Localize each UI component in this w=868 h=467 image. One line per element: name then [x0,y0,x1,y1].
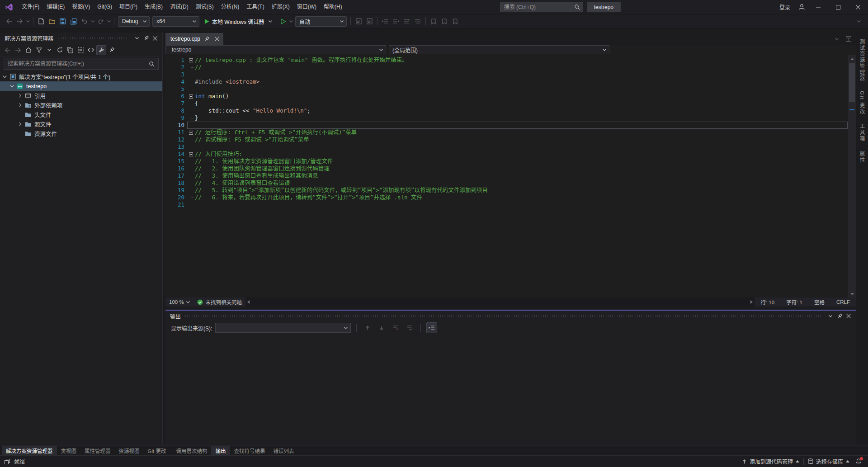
pin-icon[interactable] [835,311,844,321]
toggle-bookmark-icon[interactable] [428,16,439,27]
save-icon[interactable] [57,16,68,27]
menu-item[interactable]: 测试(S) [192,0,217,14]
comment-lines-icon[interactable] [401,16,412,27]
search-icon[interactable] [571,2,583,12]
show-all-files-icon[interactable] [75,45,85,55]
quick-launch-search[interactable] [500,2,583,12]
clear-all-icon[interactable] [390,322,401,333]
menu-item[interactable]: 工具(T) [243,0,268,14]
search-input[interactable] [500,4,571,10]
code-line[interactable]: 2// [165,64,856,71]
tree-item[interactable]: 外部依赖项 [0,100,162,110]
pin-icon[interactable] [142,34,151,43]
panel-tab[interactable]: 类视图 [57,446,81,455]
navigate-forward-icon[interactable] [14,16,25,27]
panel-tab[interactable]: 解决方案资源管理器 [2,446,57,455]
window-layout-icon[interactable] [843,33,854,44]
autohide-tab[interactable]: 工具箱 [859,123,866,142]
line-indicator[interactable]: 行: 10 [755,298,780,306]
fold-margin[interactable] [187,57,195,64]
solution-configuration-dropdown[interactable]: Debug [118,16,150,27]
tree-item[interactable]: 资源文件 [0,129,162,138]
close-button[interactable] [848,0,868,14]
autohide-tab[interactable]: 属性 [859,151,866,163]
select-repository-button[interactable]: 选择存储库 [804,456,854,467]
redo-icon[interactable] [95,16,106,27]
fold-collapse-icon[interactable] [189,131,193,135]
code-line[interactable]: 1// testrepo.cpp : 此文件包含 "main" 函数。程序执行将… [165,57,856,64]
uncomment-lines-icon[interactable] [412,16,423,27]
minimize-button[interactable] [808,0,828,14]
menu-item[interactable]: Git(G) [94,0,116,14]
window-position-icon[interactable] [132,34,142,43]
code-line[interactable]: 20// 6. 将来，若要再次打开此项目，请转到“文件”>“打开”>“项目”并选… [165,194,856,201]
run-options-chevron-icon[interactable] [288,16,294,27]
menu-item[interactable]: 项目(P) [116,0,141,14]
start-without-debugging-icon[interactable] [278,16,288,27]
panel-tab[interactable]: Git 更改 [144,446,170,455]
char-indicator[interactable]: 字符: 1 [780,298,808,306]
panel-tab[interactable]: 资源视图 [115,446,144,455]
project-scope-dropdown[interactable]: testrepo [165,45,386,54]
navigate-backward-icon[interactable] [4,16,14,27]
code-line[interactable]: 6int main() [165,93,856,100]
redo-dropdown-icon[interactable] [106,16,112,27]
document-tab-testrepo-cpp[interactable]: testrepo.cpp [165,33,223,45]
panel-tab[interactable]: 调用层次结构 [172,446,211,455]
scroll-down-icon[interactable] [848,290,856,297]
maximize-button[interactable] [828,0,848,14]
menu-item[interactable]: 帮助(H) [320,0,346,14]
output-source-dropdown[interactable] [215,323,351,333]
view-code-icon[interactable] [86,45,96,55]
goto-next-message-icon[interactable] [376,322,387,333]
panel-tab[interactable]: 输出 [211,446,230,455]
indent-mode-indicator[interactable]: 空格 [808,298,830,306]
line-ending-indicator[interactable]: CRLF [830,299,856,305]
chevron-right-icon[interactable] [16,103,24,107]
scrollbar-thumb[interactable] [849,63,855,102]
autohide-tab[interactable]: 测试资源管理器 [859,39,866,82]
indent-increase-icon[interactable] [391,16,401,27]
document-health-indicator[interactable]: 未找到相关问题 [193,297,246,307]
filter-icon[interactable] [34,45,44,55]
navigation-history-chevron-icon[interactable] [25,16,31,27]
fold-margin[interactable] [187,129,195,136]
home-icon[interactable] [24,45,33,55]
watch-mode-dropdown[interactable]: 自动 [295,16,347,27]
menu-item[interactable]: 生成(B) [141,0,166,14]
code-line[interactable]: 18// 4. 使用错误列表窗口查看错误 [165,179,856,187]
add-to-source-control-button[interactable]: 添加到源代码管理 [738,456,803,467]
code-line[interactable]: 17// 3. 使用输出窗口查看生成输出和其他消息 [165,172,856,179]
properties-wrench-icon[interactable] [96,45,106,55]
sign-in-button[interactable]: 登录 [775,3,795,11]
collapse-all-icon[interactable] [65,45,75,55]
tree-item[interactable]: 头文件 [0,110,162,119]
menu-item[interactable]: 扩展(X) [268,0,293,14]
code-line[interactable]: 7{ [165,100,856,107]
code-line[interactable]: 16// 2. 使用团队资源管理器窗口连接到源代码管理 [165,165,856,172]
panel-tab[interactable]: 属性管理器 [80,446,115,455]
active-files-dropdown-icon[interactable] [831,33,842,44]
code-editor[interactable]: 1// testrepo.cpp : 此文件包含 "main" 函数。程序执行将… [165,55,856,297]
fold-collapse-icon[interactable] [189,58,193,62]
code-line[interactable]: 12// 调试程序: F5 或调试 >“开始调试”菜单 [165,136,856,143]
menu-item[interactable]: 编辑(E) [43,0,68,14]
solution-explorer-header[interactable]: 解决方案资源管理器 [0,33,162,44]
output-panel-header[interactable]: 输出 [165,311,856,321]
code-line[interactable]: 15// 1. 使用解决方案资源管理器窗口添加/管理文件 [165,158,856,165]
member-list-icon[interactable] [353,16,364,27]
menu-item[interactable]: 视图(V) [68,0,94,14]
user-profile-icon[interactable] [795,4,808,10]
vertical-scrollbar[interactable] [848,55,856,297]
code-line[interactable]: 14// 入门使用技巧: [165,151,856,158]
tree-item[interactable]: 引用 [0,91,162,100]
save-all-icon[interactable] [68,16,79,27]
goto-previous-message-icon[interactable] [362,322,373,333]
code-line[interactable]: 10 [165,122,856,129]
background-tasks-icon[interactable] [5,459,10,464]
parameter-info-icon[interactable] [364,16,375,27]
chevron-down-icon[interactable] [1,75,9,78]
open-file-icon[interactable] [47,16,57,27]
chevron-right-icon[interactable] [16,122,24,126]
previous-bookmark-icon[interactable] [439,16,450,27]
